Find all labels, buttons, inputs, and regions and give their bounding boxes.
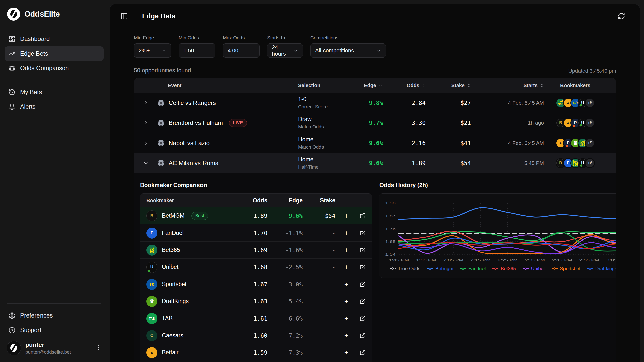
sort-icon: [421, 83, 426, 88]
bell-icon: [9, 103, 15, 110]
bookmaker-edge: -1.1%: [267, 230, 303, 236]
competitions-select[interactable]: All competitions: [310, 43, 386, 58]
open-bookmaker-button[interactable]: [353, 281, 366, 287]
open-bookmaker-button[interactable]: [353, 315, 366, 321]
sidebar-item-odds-comparison[interactable]: Odds Comparison: [5, 61, 104, 75]
table-row[interactable]: Celtic vs Rangers1-0Correct Score9.8%2.8…: [134, 93, 616, 113]
starts-in-select[interactable]: 24 hours: [267, 43, 303, 58]
legend-item-bet365[interactable]: Bet365: [492, 266, 516, 272]
collapse-row-button[interactable]: [143, 160, 157, 166]
bookmaker-edge: -1.6%: [267, 247, 303, 253]
legend-item-sportsbet[interactable]: Sportsbet: [552, 266, 580, 272]
sidebar-item-label: My Bets: [20, 88, 42, 96]
expand-row-button[interactable]: [143, 140, 157, 146]
column-stake[interactable]: Stake: [426, 83, 471, 88]
selection-market: Match Odds: [298, 144, 340, 150]
bookmaker-comparison-title: Bookmaker Comparison: [140, 182, 372, 189]
bookmaker-name: Betfair: [162, 349, 178, 356]
add-bet-button[interactable]: +: [335, 314, 353, 323]
dashboard-icon: [9, 36, 15, 42]
column-starts[interactable]: Starts: [471, 83, 544, 88]
selection-value: 1-0: [298, 96, 340, 103]
column-label: Starts: [523, 83, 538, 88]
open-bookmaker-button[interactable]: [353, 350, 366, 355]
app-logo: OddsElite: [5, 6, 104, 21]
svg-text:2:25 PM: 2:25 PM: [498, 258, 518, 262]
column-edge[interactable]: Edge: [340, 83, 383, 88]
column-selection[interactable]: Selection: [298, 83, 340, 88]
bookmaker-name: Sportsbet: [162, 281, 186, 288]
edge-value: 9.6%: [340, 140, 383, 146]
stake-value: $27: [426, 100, 471, 106]
add-bet-button[interactable]: +: [335, 297, 353, 305]
sidebar-item-my-bets[interactable]: My Bets: [5, 85, 104, 99]
max-odds-field: [223, 43, 260, 58]
add-bet-button[interactable]: +: [335, 349, 353, 357]
legend-item-unibet[interactable]: Unibet: [523, 266, 545, 272]
open-bookmaker-button[interactable]: [353, 247, 366, 253]
open-bookmaker-button[interactable]: [353, 333, 366, 338]
legend-item-betmgm[interactable]: Betmgm: [427, 266, 453, 272]
sidebar-item-preferences[interactable]: Preferences: [5, 308, 104, 323]
legend-label: Draftkings: [595, 266, 616, 272]
sidebar-item-dashboard[interactable]: Dashboard: [5, 32, 104, 46]
legend-marker-icon: [427, 267, 433, 270]
table-row[interactable]: Brentford vs FulhamLIVEDrawMatch Odds9.7…: [134, 113, 616, 133]
refresh-button[interactable]: [618, 12, 625, 20]
expand-row-button[interactable]: [143, 120, 157, 126]
bookmaker-avatars: B▲PU+5: [544, 118, 607, 128]
bookmaker-stake: -: [303, 230, 335, 236]
user-account[interactable]: punter punter@oddselite.bet: [5, 337, 104, 355]
sidebar-item-support[interactable]: Support: [5, 323, 104, 337]
open-bookmaker-button[interactable]: [353, 213, 366, 219]
event-name: AC Milan vs Roma: [169, 160, 219, 167]
starts-value: 4 Feb, 3:45 AM: [471, 140, 544, 146]
legend-marker-icon: [587, 267, 593, 270]
comparison-column-edge: Edge: [267, 197, 303, 204]
legend-item-fanduel[interactable]: Fanduel: [460, 266, 486, 272]
bookmaker-edge: -7.2%: [267, 332, 303, 339]
legend-item-draftkings[interactable]: Draftkings: [587, 266, 616, 272]
bookmaker-stake: -: [303, 332, 335, 339]
selection-value: Draw: [298, 116, 340, 123]
results-count: 50 opportunities found: [134, 67, 191, 74]
open-bookmaker-button[interactable]: [353, 298, 366, 304]
sidebar-item-label: Support: [20, 327, 41, 334]
legend-item-true-odds[interactable]: True Odds: [390, 266, 420, 272]
add-bet-button[interactable]: +: [335, 212, 353, 220]
min-edge-select[interactable]: 2%+: [134, 43, 171, 58]
open-bookmaker-button[interactable]: [353, 230, 366, 236]
table-row[interactable]: Napoli vs LazioHomeMatch Odds9.6%2.16$41…: [134, 133, 616, 153]
bookmaker-edge: 9.6%: [267, 213, 303, 219]
add-bet-button[interactable]: +: [335, 280, 353, 288]
open-bookmaker-button[interactable]: [353, 264, 366, 270]
add-bet-button[interactable]: +: [335, 263, 353, 271]
add-bet-button[interactable]: +: [335, 229, 353, 237]
min-odds-input[interactable]: [183, 47, 211, 54]
starts-value: 5:45 PM: [471, 160, 544, 166]
sidebar-item-alerts[interactable]: Alerts: [5, 99, 104, 114]
starts-in-value: 24 hours: [272, 44, 290, 57]
add-bet-button[interactable]: +: [335, 246, 353, 254]
sidebar-item-label: Odds Comparison: [20, 65, 69, 72]
expand-row-button[interactable]: [143, 100, 157, 106]
column-event[interactable]: Event: [157, 83, 298, 88]
selection-market: Correct Score: [298, 104, 340, 110]
table-row[interactable]: AC Milan vs RomaHomeHalf-Time9.6%1.89$54…: [134, 153, 616, 173]
sidebar-toggle-button[interactable]: [120, 12, 128, 20]
bookmaker-odds: 1.69: [237, 247, 267, 253]
add-bet-button[interactable]: +: [335, 332, 353, 340]
column-odds[interactable]: Odds: [383, 83, 426, 88]
comparison-row: UUnibet1.68-2.5%-+: [140, 258, 372, 276]
bookmaker-name: Unibet: [162, 264, 178, 270]
stake-value: $41: [426, 140, 471, 146]
user-menu-button[interactable]: [95, 344, 102, 352]
odds-value: 3.30: [383, 120, 426, 126]
filter-label: Competitions: [310, 35, 386, 41]
comparison-column-bookmaker: Bookmaker: [146, 198, 237, 203]
bookmaker-edge: -5.4%: [267, 298, 303, 305]
bookmaker-stake: -: [303, 315, 335, 322]
max-odds-input[interactable]: [228, 47, 255, 54]
bookmaker-avatars: BFbet 365U+6: [544, 158, 607, 168]
sidebar-item-edge-bets[interactable]: Edge Bets: [5, 46, 104, 61]
